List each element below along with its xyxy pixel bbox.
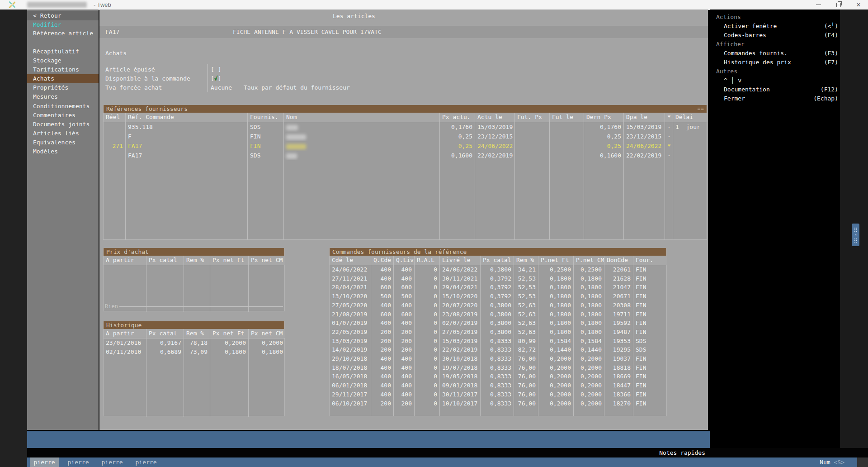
article-ref-value: FA17: [105, 29, 119, 36]
tva-hint: Taux par défaut du fournisseur: [244, 83, 350, 92]
shortcut-label: (<┘): [824, 22, 838, 31]
column-header-livre-le: Livré le: [440, 256, 481, 265]
field-label-tva-forcee: Tva forcée achat: [105, 83, 162, 92]
table-row[interactable]: FA17SDS0,160022/02/20190,160022/02/2019·: [104, 151, 708, 160]
article-name-value: FICHE ANTENNE F A VISSER CAVEL POUR 17VA…: [233, 29, 382, 36]
commandes-fournisseurs-table: Cdé leQ.CdéQ.LivR.A.LLivré lePx catalRem…: [330, 256, 667, 416]
sidebar-item-mesures[interactable]: Mesures: [27, 92, 99, 101]
table-row[interactable]: FFIN0,2523/12/20150,2523/12/2015·: [104, 132, 708, 141]
column-header-px-catal: Px catal: [146, 329, 184, 338]
column-header-nom: Nom: [284, 113, 440, 122]
sidebar-item-conditionnements[interactable]: Conditionnements: [27, 102, 99, 111]
modify-link[interactable]: Modifier: [33, 20, 61, 29]
menu-item-fermer[interactable]: Fermer(Echap): [710, 94, 840, 103]
table-row[interactable]: 13/03/2019200200015/03/20190,833380,990,…: [330, 337, 667, 346]
column-header-a-partir: A partir: [104, 256, 146, 265]
tva-value[interactable]: Aucune: [211, 83, 232, 92]
table-header-row: RéelRéf. CommandeFournis.NomPx actu.Actu…: [104, 113, 708, 122]
taskbar-tab-pierre-0[interactable]: pierre: [30, 457, 59, 467]
menu-group-autres: Autres: [710, 67, 840, 76]
column-header-q-cde: Q.Cdé: [371, 256, 394, 265]
table-row[interactable]: 27/11/2021400400030/11/20210,379252,530,…: [330, 274, 667, 283]
sidebar-item-tarifications[interactable]: Tarifications: [27, 65, 99, 74]
taskbar-tab-pierre-1[interactable]: pierre: [64, 457, 93, 467]
sidebar-item-modeles[interactable]: Modèles: [27, 147, 99, 156]
column-header-p-net-ft: P.net Ft: [538, 256, 574, 265]
menu-item-codes-barres[interactable]: Codes-barres(F4): [710, 31, 840, 40]
sidebar-item-stockage[interactable]: Stockage: [27, 56, 99, 65]
sidebar-menu: RécapitulatifStockageTarificationsAchats…: [27, 47, 99, 156]
table-row[interactable]: 01/07/2019400400002/07/20190,380052,630,…: [330, 319, 667, 328]
table-header-row: A partirPx catalRem %Px net FtPx net CM: [104, 329, 285, 338]
minimize-button[interactable]: [811, 0, 826, 10]
column-header-r-a-l: R.A.L: [415, 256, 440, 265]
table-row[interactable]: 06/01/2018400400009/01/20180,833376,000,…: [330, 381, 667, 390]
table-row[interactable]: 02/11/20100,668973,090,18000,1800: [104, 348, 285, 357]
table-row[interactable]: 16/05/2018400400019/05/20180,833376,000,…: [330, 372, 667, 381]
app-icon: [8, 1, 16, 9]
sidebar-item-proprietes[interactable]: Propriétés: [27, 83, 99, 92]
checkbox-disponible[interactable]: [√]: [211, 74, 221, 83]
close-button[interactable]: ×: [851, 0, 866, 10]
sidebar-item-achats[interactable]: Achats: [27, 74, 99, 83]
column-header-p-net-cm: P.net CM: [574, 256, 604, 265]
table-empty-area: [104, 357, 285, 417]
empty-status-line: Rien: [105, 303, 283, 310]
field-label-disponible: Disponible à la commande: [105, 74, 190, 83]
table-row[interactable]: 24/06/2022400400024/06/20220,380034,210,…: [330, 265, 667, 274]
table-row[interactable]: 14/02/2019200200022/02/20190,833382,720,…: [330, 345, 667, 354]
window-titlebar: - Tweb ×: [0, 0, 868, 10]
table-row[interactable]: 18/07/2018400400019/07/20180,833376,000,…: [330, 363, 667, 372]
historique-title: Historique: [104, 321, 284, 329]
reference-article-label: Référence article: [33, 29, 93, 38]
sidebar-item-recapitulatif[interactable]: Récapitulatif: [27, 47, 99, 56]
sidebar-item-commentaires[interactable]: Commentaires: [27, 111, 99, 120]
table-row[interactable]: 935.118SDS0,176015/03/20190,176015/03/20…: [104, 122, 708, 132]
column-config-icon[interactable]: ≡≡: [698, 105, 704, 113]
menu-item-documentation[interactable]: Documentation(F12): [710, 85, 840, 94]
sidebar-item-articles-lies[interactable]: Articles liés: [27, 129, 99, 138]
restore-button[interactable]: [831, 0, 846, 10]
table-row[interactable]: 29/11/2017400400030/11/20170,833376,000,…: [330, 390, 667, 399]
table-row[interactable]: 29/10/2018400400030/10/20180,833376,000,…: [330, 354, 667, 363]
table-row[interactable]: 06/10/2017200200010/10/20170,833376,000,…: [330, 399, 667, 408]
menu-item-commandes-fournis[interactable]: Commandes fournis.(F3): [710, 49, 840, 58]
dock-panel-handle[interactable]: ◂: [852, 224, 859, 246]
column-header-cde-le: Cdé le: [330, 256, 371, 265]
menu-item-activer-fenetre[interactable]: Activer fenêtre(<┘): [710, 22, 840, 31]
table-empty-area: [330, 408, 667, 416]
column-header-fut-le: Fut le: [550, 113, 584, 122]
taskbar-corner: [857, 457, 868, 467]
menu-group-actions: Actions: [710, 13, 840, 22]
taskbar-tab-pierre-2[interactable]: pierre: [98, 457, 127, 467]
column-header-boncde: BonCde: [604, 256, 633, 265]
sidebar-item-documents-joints[interactable]: Documents joints: [27, 120, 99, 129]
column-header-px-net-cm: Px net CM: [249, 329, 285, 338]
sidebar-item-equivalences[interactable]: Equivalences: [27, 138, 99, 147]
column-header-four: Four.: [633, 256, 667, 265]
notes-rapides-label[interactable]: Notes rapides: [659, 449, 705, 457]
table-row[interactable]: 28/04/2021600600029/04/20210,379252,530,…: [330, 283, 667, 292]
column-header-actu-le: Actu le: [475, 113, 515, 122]
field-label-article-epuise: Article épuisé: [105, 65, 155, 74]
table-row[interactable]: 23/01/20160,916778,180,20000,2000: [104, 338, 285, 348]
table-row[interactable]: 21/08/2019600600023/08/20190,380052,630,…: [330, 310, 667, 319]
menu-item-v[interactable]: ^ │ v: [710, 76, 840, 85]
table-row[interactable]: 13/10/2020500500015/10/20200,379252,530,…: [330, 292, 667, 301]
checkmark-icon: √: [214, 75, 218, 82]
table-row[interactable]: 22/05/2019200200027/05/20190,380052,630,…: [330, 328, 667, 337]
shortcut-label: (F4): [824, 31, 838, 40]
column-header-delai: Délai: [673, 113, 708, 122]
table-row[interactable]: 27/05/2020400400020/07/20200,380052,630,…: [330, 301, 667, 310]
taskbar-tab-pierre-3[interactable]: pierre: [132, 457, 160, 467]
menu-item-historique-des-prix[interactable]: Historique des prix(F7): [710, 58, 840, 67]
redacted-text: [286, 153, 297, 159]
prix-achat-panel: Prix d'achat A partirPx catalRem %Px net…: [103, 248, 285, 311]
checkbox-article-epuise[interactable]: [ ]: [211, 65, 221, 74]
column-header-a-partir: A partir: [104, 329, 146, 338]
handle-dots-icon: [854, 238, 858, 243]
shortcut-label: (F7): [824, 58, 838, 67]
column-header-reel: Réel: [104, 113, 126, 122]
table-header-row: Cdé leQ.CdéQ.LivR.A.LLivré lePx catalRem…: [330, 256, 667, 265]
table-row[interactable]: 271FA17FIN0,2524/06/20220,2524/06/2022*: [104, 141, 708, 151]
